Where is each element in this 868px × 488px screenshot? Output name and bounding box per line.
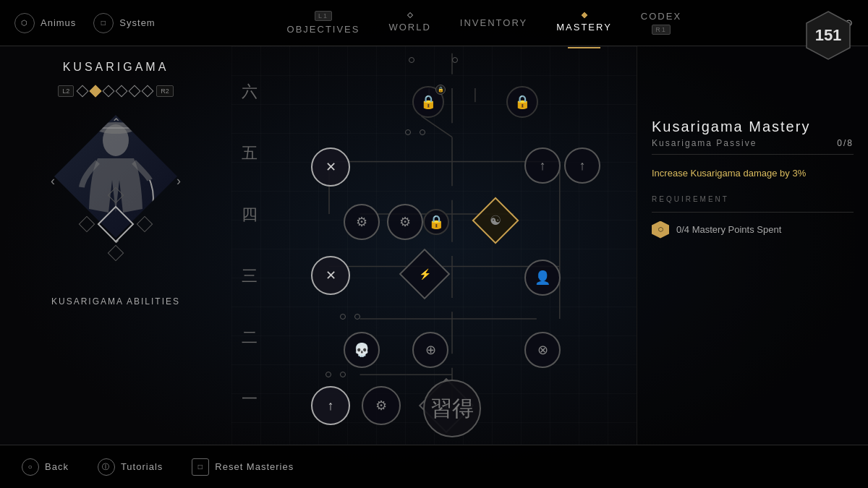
base-kanji: 習得 — [430, 394, 474, 424]
abilities-label: Kusarigama Abilities — [51, 296, 180, 307]
node-6-lock-circle: 🔒 🔒 — [412, 86, 444, 118]
skill-progress: 0/8 — [837, 138, 854, 148]
nav-l2-btn[interactable]: L2 — [58, 85, 74, 97]
node-4a[interactable]: ⚙ — [344, 204, 380, 240]
node-6b[interactable] — [452, 57, 458, 63]
tree-grid: 🔒 🔒 🔒 ✕ ↑ — [268, 46, 637, 445]
node-4a-circle: ⚙ — [344, 204, 380, 240]
right-diamond — [137, 216, 153, 233]
mastery-label: Mastery — [556, 22, 612, 33]
node-6a[interactable] — [409, 57, 414, 63]
animus-icon: ⬡ — [14, 13, 35, 33]
requirement-text: 0/4 Mastery Points Spent — [676, 224, 781, 235]
tab-inventory[interactable]: Inventory — [460, 17, 527, 28]
tab-mastery[interactable]: Mastery — [556, 13, 612, 33]
node-3-right[interactable]: 👤 — [524, 260, 561, 296]
node-2c-circle: ⊗ — [524, 332, 561, 368]
row-label-2: 二 — [242, 327, 258, 348]
node-5-far-right[interactable]: ↑ — [564, 147, 600, 184]
dot-1a-inner — [326, 372, 331, 377]
dot-6b — [452, 57, 458, 63]
row-label-4: 四 — [242, 204, 258, 226]
animus-nav[interactable]: ⬡ Animus — [14, 13, 76, 33]
back-action[interactable]: ○ Back — [22, 458, 69, 476]
node-4-lock[interactable]: 🔒 — [423, 209, 449, 235]
node-3l-circle: ✕ — [311, 256, 350, 295]
node-4d: ☯ — [472, 197, 519, 244]
node-3-left[interactable]: ✕ — [311, 256, 350, 295]
node-5fr-circle: ↑ — [564, 147, 600, 184]
tutorials-action[interactable]: ⓛ Tutorials — [98, 458, 163, 476]
tab-world[interactable]: World — [388, 13, 430, 33]
weapon-selector — [80, 188, 152, 260]
node-4b-circle: ⚙ — [387, 204, 423, 240]
system-icon: □ — [93, 13, 114, 33]
mastery-points-value: 151 — [815, 26, 842, 45]
skill-desc-text: Increase Kusarigama damage by — [652, 168, 790, 179]
scroll-left-arrow[interactable]: ‹ — [51, 174, 55, 189]
skill-subtitle-label: Kusarigama Passive — [652, 138, 757, 148]
node-3-diamond[interactable]: ⚡ — [407, 256, 443, 292]
node-4b[interactable]: ⚙ — [387, 204, 423, 240]
node-4-diamond[interactable]: ☯ — [479, 204, 512, 237]
system-nav[interactable]: □ System — [93, 13, 155, 33]
dot-2b-inner — [354, 314, 360, 320]
node-1b[interactable]: ⚙ — [362, 386, 401, 425]
weapon-name: KUSARIGAMA — [63, 61, 169, 74]
base-skill-node[interactable]: 習得 — [423, 380, 481, 437]
dot-1b[interactable] — [340, 372, 346, 377]
node-1a[interactable]: ↑ — [311, 386, 350, 425]
back-icon: ○ — [22, 458, 39, 476]
diamond-2 — [90, 85, 102, 98]
node-5r-circle: ↑ — [524, 147, 561, 184]
bottom-bar: ○ Back ⓛ Tutorials □ Reset Masteries — [0, 445, 868, 488]
system-label: System — [119, 17, 155, 28]
dot-6a — [409, 57, 414, 63]
node-2a-circle: 💀 — [344, 332, 380, 368]
node-6-lock[interactable]: 🔒 🔒 — [412, 86, 444, 118]
node-5-right[interactable]: ↑ — [524, 147, 561, 184]
node-2c[interactable]: ⊗ — [524, 332, 561, 368]
objectives-btn: L1 — [315, 11, 332, 21]
scroll-right-arrow[interactable]: › — [176, 174, 181, 189]
skill-subtitle: Kusarigama Passive 0/8 — [652, 138, 854, 155]
dot-5b-inner — [420, 129, 425, 135]
nav-r2-btn[interactable]: R2 — [156, 85, 174, 97]
req-icon: ⬡ — [652, 221, 669, 239]
dot-2b[interactable] — [354, 314, 360, 320]
left-panel: KUSARIGAMA L2 R2 — [0, 46, 231, 445]
tab-objectives[interactable]: L1 Objectives — [287, 11, 360, 35]
row-labels: 六 五 四 三 二 一 — [231, 46, 268, 445]
node-3r-circle: 👤 — [524, 260, 561, 296]
node-5-left[interactable]: ✕ — [311, 147, 350, 187]
skill-desc-highlight: 3% — [792, 168, 806, 179]
dot-2a-inner — [340, 314, 346, 320]
center-diamond — [98, 206, 135, 243]
row-label-5: 五 — [242, 142, 258, 164]
node-6-right-lock[interactable]: 🔒 — [506, 86, 538, 118]
mastery-tree: 六 五 四 三 二 一 — [231, 46, 637, 445]
scroll-up-arrow[interactable]: ⌃ — [111, 116, 121, 129]
requirement-item: ⬡ 0/4 Mastery Points Spent — [652, 221, 854, 239]
dot-5a-inner — [405, 129, 411, 135]
node-2a[interactable]: 💀 — [344, 332, 380, 368]
world-icon — [407, 12, 412, 18]
dot-5b[interactable] — [420, 129, 425, 135]
diamond-6 — [142, 85, 154, 98]
nav-bar: ⬡ Animus □ System L1 Objectives World In… — [0, 0, 868, 46]
tutorials-label: Tutorials — [121, 461, 163, 472]
mastery-points-container: 151 — [803, 10, 854, 61]
reset-action[interactable]: □ Reset Masteries — [192, 458, 294, 476]
row-label-3: 三 — [242, 265, 258, 287]
tab-codex[interactable]: Codex R1 — [641, 11, 681, 35]
node-6r-circle: 🔒 — [506, 86, 538, 118]
requirement-divider — [652, 212, 854, 213]
node-2b[interactable]: ⊕ — [412, 332, 448, 368]
mastery-icon — [581, 12, 587, 18]
dot-1a[interactable] — [326, 372, 331, 377]
dot-2a[interactable] — [340, 314, 346, 320]
dot-5a[interactable] — [405, 129, 411, 135]
node-4l-circle: 🔒 — [423, 209, 449, 235]
diamond-1 — [77, 85, 89, 98]
codex-label: Codex — [641, 11, 681, 22]
